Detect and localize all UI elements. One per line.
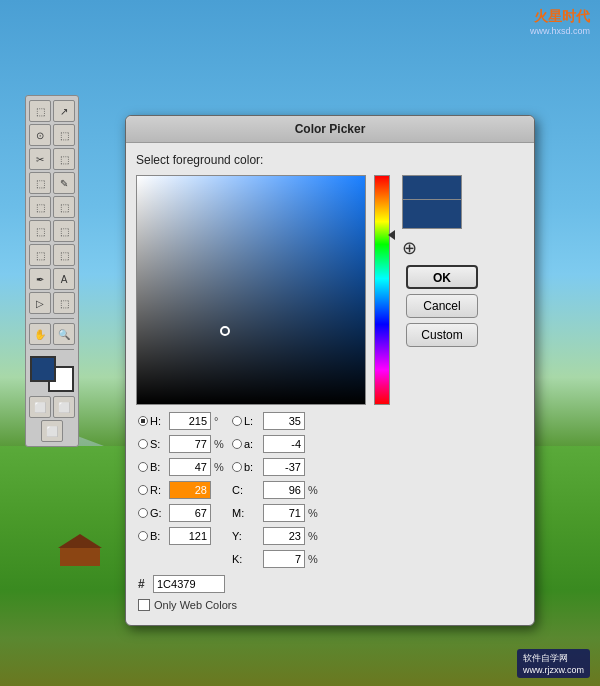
hue-input[interactable]: [169, 412, 211, 430]
saturation-radio[interactable]: S:: [138, 438, 166, 450]
hex-input[interactable]: [153, 575, 225, 593]
tool-text[interactable]: A: [53, 268, 75, 290]
green-radio[interactable]: G:: [138, 507, 166, 519]
a-row: a:: [232, 434, 318, 454]
dialog-subtitle: Select foreground color:: [136, 153, 524, 167]
tool-move[interactable]: ↗: [53, 100, 75, 122]
hue-radio-dot: [138, 416, 148, 426]
brightness-input[interactable]: [169, 458, 211, 476]
color-values-section: H: ° S: % B:: [136, 411, 524, 569]
tool-shape[interactable]: ⬚: [53, 292, 75, 314]
a-radio-dot: [232, 439, 242, 449]
tool-brush[interactable]: ✎: [53, 172, 75, 194]
hex-row: #: [136, 575, 524, 593]
tool-crop[interactable]: ✂: [29, 148, 51, 170]
l-row: L:: [232, 411, 318, 431]
toolbar-row-10: ✋ 🔍: [28, 323, 76, 345]
tool-magic-wand[interactable]: ⬚: [53, 124, 75, 146]
tool-clone[interactable]: ⬚: [29, 196, 51, 218]
tool-marquee[interactable]: ⬚: [29, 100, 51, 122]
tool-healing[interactable]: ⬚: [29, 172, 51, 194]
saturation-radio-dot: [138, 439, 148, 449]
tool-hand[interactable]: ✋: [29, 323, 51, 345]
y-row: Y: %: [232, 526, 318, 546]
brightness-unit: %: [214, 461, 224, 473]
b3-input[interactable]: [263, 458, 305, 476]
brightness-radio[interactable]: B:: [138, 461, 166, 473]
b3-radio-dot: [232, 462, 242, 472]
tool-slice[interactable]: ⬚: [53, 148, 75, 170]
ok-button[interactable]: OK: [406, 265, 478, 289]
red-label: R:: [150, 484, 161, 496]
k-unit: %: [308, 553, 318, 565]
tool-select-path[interactable]: ▷: [29, 292, 51, 314]
toolbar-row-1: ⬚ ↗: [28, 100, 76, 122]
tool-gradient[interactable]: ⬚: [53, 220, 75, 242]
y-input[interactable]: [263, 527, 305, 545]
saturation-unit: %: [214, 438, 224, 450]
toolbar-row-2: ⊙ ⬚: [28, 124, 76, 146]
tool-blur[interactable]: ⬚: [29, 244, 51, 266]
tool-standard-mode[interactable]: ⬜: [29, 396, 51, 418]
foreground-color-swatch[interactable]: [30, 356, 56, 382]
tool-pen[interactable]: ✒: [29, 268, 51, 290]
dialog-titlebar: Color Picker: [126, 116, 534, 143]
watermark-br-text: 软件自学网: [523, 653, 568, 663]
dialog-buttons: OK Cancel Custom: [406, 265, 478, 347]
toolbar-row-7: ⬚ ⬚: [28, 244, 76, 266]
hue-label: H:: [150, 415, 161, 427]
a-radio[interactable]: a:: [232, 438, 260, 450]
l-label: L:: [244, 415, 253, 427]
b3-row: b:: [232, 457, 318, 477]
tool-history-brush[interactable]: ⬚: [53, 196, 75, 218]
dialog-body: Select foreground color: ⊕: [126, 143, 534, 625]
brightness-radio-dot: [138, 462, 148, 472]
m-input[interactable]: [263, 504, 305, 522]
tool-eraser[interactable]: ⬚: [29, 220, 51, 242]
saturation-row: S: %: [138, 434, 224, 454]
k-row: K: %: [232, 549, 318, 569]
saturation-label: S:: [150, 438, 160, 450]
color-preview: [402, 175, 462, 229]
green-input[interactable]: [169, 504, 211, 522]
tool-lasso[interactable]: ⊙: [29, 124, 51, 146]
l-radio-dot: [232, 416, 242, 426]
web-colors-checkbox[interactable]: [138, 599, 150, 611]
hue-slider[interactable]: [374, 175, 390, 405]
cancel-button[interactable]: Cancel: [406, 294, 478, 318]
eyedropper-icon[interactable]: ⊕: [402, 237, 417, 259]
watermark-top-right: 火星时代 www.hxsd.com: [530, 8, 590, 36]
b3-radio[interactable]: b:: [232, 461, 260, 473]
logo-text: 火星时代: [530, 8, 590, 26]
tool-quick-mask[interactable]: ⬜: [53, 396, 75, 418]
right-section: ⊕ OK Cancel Custom: [402, 175, 524, 347]
blue-radio[interactable]: B:: [138, 530, 166, 542]
brightness-label: B:: [150, 461, 160, 473]
l-radio[interactable]: L:: [232, 415, 260, 427]
color-field-wrap: [136, 175, 366, 405]
red-input[interactable]: [169, 481, 211, 499]
saturation-input[interactable]: [169, 435, 211, 453]
a-input[interactable]: [263, 435, 305, 453]
tool-zoom[interactable]: 🔍: [53, 323, 75, 345]
red-radio[interactable]: R:: [138, 484, 166, 496]
c-input[interactable]: [263, 481, 305, 499]
hue-row: H: °: [138, 411, 224, 431]
color-picker-dialog: Color Picker Select foreground color:: [125, 115, 535, 626]
toolbar-row-modes: ⬜ ⬜: [28, 396, 76, 418]
toolbar-row-3: ✂ ⬚: [28, 148, 76, 170]
color-field[interactable]: [136, 175, 366, 405]
web-colors-label: Only Web Colors: [154, 599, 237, 611]
hue-radio[interactable]: H:: [138, 415, 166, 427]
l-input[interactable]: [263, 412, 305, 430]
blue-input[interactable]: [169, 527, 211, 545]
k-input[interactable]: [263, 550, 305, 568]
blue-row: B:: [138, 526, 224, 546]
green-radio-dot: [138, 508, 148, 518]
custom-button[interactable]: Custom: [406, 323, 478, 347]
tool-screen-mode[interactable]: ⬜: [41, 420, 63, 442]
tool-dodge[interactable]: ⬚: [53, 244, 75, 266]
m-unit: %: [308, 507, 318, 519]
color-picker-cursor: [220, 326, 230, 336]
toolbar-row-6: ⬚ ⬚: [28, 220, 76, 242]
